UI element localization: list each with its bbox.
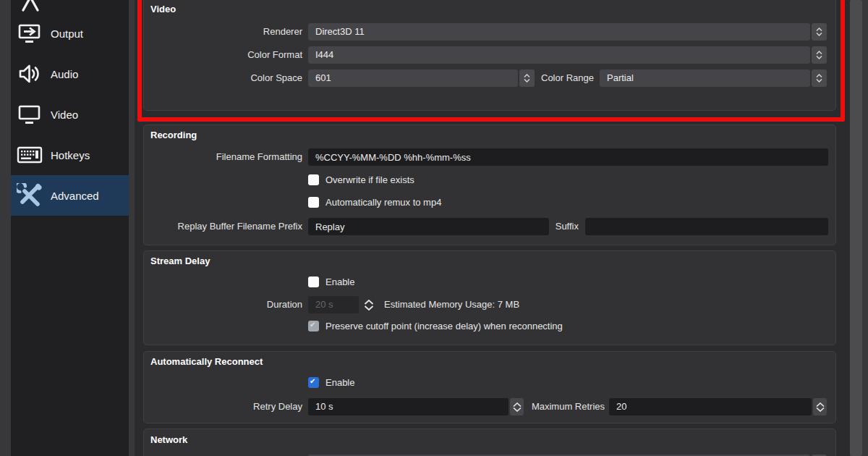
remux-checkbox-label: Automatically remux to mp4 [326, 197, 441, 208]
stream-delay-enable-row[interactable]: Enable [308, 276, 354, 287]
renderer-label: Renderer [144, 23, 302, 41]
settings-nav-list: Output Audio Video [11, 0, 129, 456]
color-space-label: Color Space [144, 69, 302, 87]
output-monitor-arrow-icon [16, 21, 43, 46]
maximum-retries-spinner-buttons[interactable] [813, 398, 827, 415]
suffix-label: Suffix [550, 218, 579, 235]
video-section: Video Renderer Direct3D 11 Color Format … [143, 0, 836, 111]
scrollbar-handle[interactable] [850, 0, 862, 456]
sidebar-item-hotkeys[interactable]: Hotkeys [11, 135, 129, 175]
filename-formatting-input[interactable] [308, 148, 828, 166]
duration-label: Duration [144, 296, 302, 313]
color-format-spinner-buttons[interactable] [812, 46, 827, 64]
replay-prefix-label: Replay Buffer Filename Prefix [144, 218, 302, 235]
renderer-combobox[interactable]: Direct3D 11 [308, 23, 827, 41]
preserve-cutoff-checkbox [308, 321, 319, 332]
auto-reconnect-section-title: Automatically Reconnect [150, 356, 263, 367]
color-range-label: Color Range [540, 69, 594, 87]
replay-prefix-input[interactable] [308, 218, 549, 235]
network-section: Network [143, 428, 836, 456]
sidebar-item-audio[interactable]: Audio [11, 54, 129, 94]
maximum-retries-label: Maximum Retries [529, 398, 605, 415]
auto-reconnect-enable-checkbox[interactable] [308, 377, 319, 388]
obs-settings-window: Output Audio Video [0, 0, 868, 456]
suffix-input[interactable] [585, 218, 828, 235]
sidebar-item-label: Advanced [51, 190, 99, 202]
maximum-retries-value: 20 [609, 398, 812, 415]
sidebar-item-label: Hotkeys [51, 149, 90, 161]
duration-spinbox: 20 s [308, 296, 359, 313]
renderer-value: Direct3D 11 [308, 23, 810, 41]
stream-delay-enable-label: Enable [326, 276, 354, 287]
retry-delay-spinner-buttons[interactable] [510, 398, 524, 415]
video-monitor-icon [16, 102, 43, 127]
remux-checkbox[interactable] [308, 197, 319, 208]
filename-formatting-label: Filename Formatting [144, 148, 302, 166]
overwrite-checkbox-label: Overwrite if file exists [326, 174, 414, 185]
retry-delay-spinbox[interactable]: 10 s [308, 398, 524, 415]
retry-delay-value: 10 s [308, 398, 509, 415]
color-format-combobox[interactable]: I444 [308, 46, 827, 64]
audio-speaker-icon [16, 62, 43, 86]
overwrite-checkbox[interactable] [308, 174, 319, 185]
recording-section-title: Recording [150, 130, 197, 140]
color-space-spinner-buttons[interactable] [519, 69, 535, 87]
color-range-spinner-buttons[interactable] [812, 69, 827, 87]
color-format-value: I444 [308, 46, 810, 64]
maximum-retries-spinbox[interactable]: 20 [609, 398, 827, 415]
sidebar-item-label: Video [51, 109, 78, 121]
sidebar-item-video[interactable]: Video [11, 94, 129, 135]
hotkeys-keyboard-icon [16, 143, 43, 167]
stream-delay-section: Stream Delay Enable Duration 20 s Estima… [143, 250, 836, 345]
sidebar-item-label: Output [51, 28, 83, 40]
duration-spinner-buttons[interactable] [362, 296, 376, 313]
color-space-combobox[interactable]: 601 [308, 69, 535, 87]
stream-delay-enable-checkbox[interactable] [308, 276, 319, 287]
color-format-label: Color Format [144, 46, 302, 64]
retry-delay-label: Retry Delay [144, 398, 302, 415]
estimated-memory-text: Estimated Memory Usage: 7 MB [384, 296, 519, 313]
video-section-title: Video [150, 4, 176, 14]
settings-scroll-area: Video Renderer Direct3D 11 Color Format … [135, 0, 850, 456]
auto-reconnect-section: Automatically Reconnect Enable Retry Del… [143, 351, 836, 423]
sidebar-item-label: Audio [51, 68, 78, 80]
advanced-tools-icon [16, 183, 43, 208]
stream-delay-section-title: Stream Delay [150, 256, 210, 266]
sidebar-item-output[interactable]: Output [11, 13, 129, 54]
network-section-title: Network [150, 434, 187, 445]
color-range-combobox[interactable]: Partial [600, 69, 827, 87]
preserve-cutoff-label: Preserve cutoff point (increase delay) w… [326, 321, 563, 332]
recording-section: Recording Filename Formatting Overwrite … [143, 124, 836, 245]
remux-checkbox-row[interactable]: Automatically remux to mp4 [308, 196, 441, 208]
sidebar-item-advanced[interactable]: Advanced [11, 175, 129, 216]
auto-reconnect-enable-label: Enable [326, 377, 354, 388]
color-space-value: 601 [308, 69, 518, 87]
duration-value: 20 s [308, 296, 359, 313]
preserve-cutoff-row: Preserve cutoff point (increase delay) w… [308, 320, 563, 332]
renderer-spinner-buttons[interactable] [812, 23, 827, 41]
stream-antenna-icon [18, 0, 43, 12]
auto-reconnect-enable-row[interactable]: Enable [308, 376, 354, 388]
color-range-value: Partial [600, 69, 810, 87]
overwrite-checkbox-row[interactable]: Overwrite if file exists [308, 174, 414, 185]
